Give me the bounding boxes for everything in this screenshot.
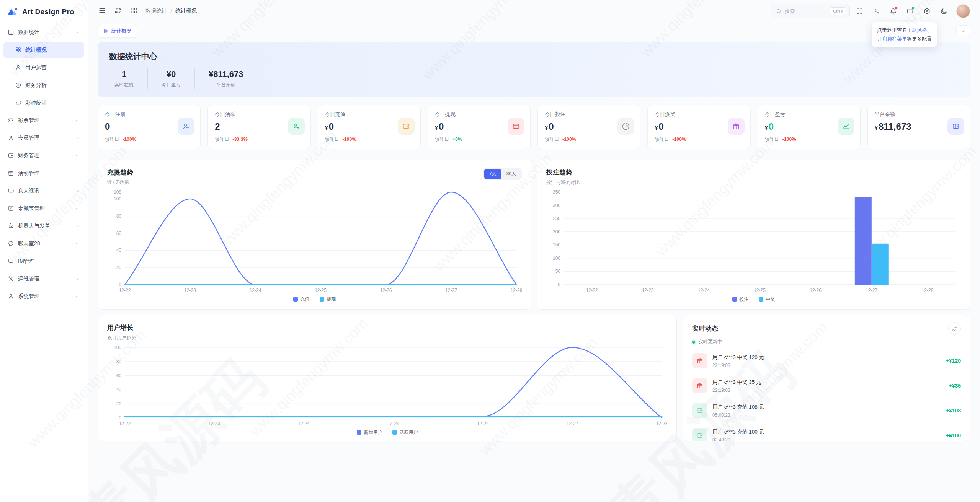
svg-text:0: 0 xyxy=(558,282,560,287)
chart-title: 投注趋势 xyxy=(546,168,580,177)
messages-button[interactable] xyxy=(903,4,917,18)
svg-text:350: 350 xyxy=(553,189,560,195)
chevron-down-icon xyxy=(75,223,80,229)
svg-text:12-28: 12-28 xyxy=(922,288,934,293)
legend-item[interactable]: 中奖 xyxy=(759,296,775,303)
stat-card: 平台余额 ¥811,673 xyxy=(867,105,970,149)
activity-text: 用户 c***3 充值 100 元 xyxy=(712,429,764,435)
sidebar-item[interactable]: 会员管理 xyxy=(3,130,84,146)
card-icon xyxy=(508,118,524,135)
compare-value: -100% xyxy=(562,137,576,142)
sidebar-item[interactable]: ¥ 余额宝管理 xyxy=(3,200,84,216)
svg-text:12-27: 12-27 xyxy=(567,421,578,426)
sidebar-item[interactable]: 统计概况 xyxy=(3,42,84,58)
compare-row: 较昨日 -100% xyxy=(105,136,193,143)
wallet-icon xyxy=(692,403,707,418)
legend-swatch xyxy=(759,297,763,302)
legend-item[interactable]: 活跃用户 xyxy=(392,429,418,436)
legend-swatch xyxy=(732,297,737,302)
legend-item[interactable]: 充值 xyxy=(293,296,310,303)
fullscreen-button[interactable] xyxy=(852,4,867,18)
topbar-menu-link[interactable]: 开启顶栏菜单 xyxy=(877,36,907,42)
sidebar-item[interactable]: 机器人与发单 xyxy=(3,218,84,234)
gear-icon xyxy=(923,8,931,15)
main-area: 数据统计 / 统计概况 Ctrl k 文A 统计概况 xyxy=(88,0,980,502)
message-dot xyxy=(911,7,915,10)
chart-subtitle: 累计用户趋势 xyxy=(107,335,136,341)
sidebar-item[interactable]: 活动管理 xyxy=(3,165,84,181)
legend-item[interactable]: 提现 xyxy=(320,296,336,303)
svg-text:¥: ¥ xyxy=(10,207,12,210)
svg-text:20: 20 xyxy=(116,401,122,406)
legend-item[interactable]: 投注 xyxy=(732,296,749,303)
settings-button[interactable] xyxy=(920,4,934,18)
theme-style-link[interactable]: 主题风格 xyxy=(907,27,927,33)
sidebar-item[interactable]: $ 财务分析 xyxy=(3,77,84,93)
svg-text:12-28: 12-28 xyxy=(511,288,522,293)
user-avatar[interactable] xyxy=(956,4,970,18)
global-search[interactable]: Ctrl k xyxy=(771,4,850,18)
sidebar-item[interactable]: 财务管理 xyxy=(3,148,84,163)
chart-legend: 充值 提现 xyxy=(107,295,522,304)
chart-title: 用户增长 xyxy=(107,323,136,332)
stat-card: 今日提现 ¥0 较昨日 +0% xyxy=(428,105,531,149)
svg-text:12-24: 12-24 xyxy=(250,288,261,293)
svg-text:12-27: 12-27 xyxy=(866,288,877,293)
chevron-down-icon xyxy=(75,206,80,211)
refresh-page-button[interactable] xyxy=(111,4,125,18)
svg-text:20: 20 xyxy=(116,265,122,270)
svg-text:12-26: 12-26 xyxy=(810,288,822,293)
hero-title: 数据统计中心 xyxy=(109,51,959,62)
sidebar-item[interactable]: 用户运营 xyxy=(3,60,84,75)
trend-icon xyxy=(838,118,854,135)
sidebar-item[interactable]: 聊天室28 xyxy=(3,236,84,251)
activity-refresh-button[interactable] xyxy=(948,322,961,335)
chevron-down-icon xyxy=(75,294,80,299)
search-input[interactable] xyxy=(785,8,819,14)
activity-item: 用户 c***3 充值 108 元 05:00:23 +¥108 xyxy=(692,398,961,423)
tab-statistics-overview[interactable]: 统计概况 xyxy=(98,24,137,38)
stat-label: 今日注册 xyxy=(105,111,193,118)
language-button[interactable]: 文A xyxy=(869,4,884,18)
video-icon xyxy=(8,187,14,194)
sidebar-item[interactable]: 数据统计 xyxy=(3,24,84,40)
chevron-down-icon xyxy=(75,171,80,176)
legend-swatch xyxy=(392,430,397,435)
svg-text:12-24: 12-24 xyxy=(298,421,310,426)
svg-text:80: 80 xyxy=(116,214,122,219)
svg-text:12-22: 12-22 xyxy=(586,288,598,293)
sidebar-item[interactable]: 彩种统计 xyxy=(3,95,84,111)
notifications-button[interactable] xyxy=(886,4,900,18)
sidebar-item[interactable]: 运维管理 xyxy=(3,271,84,287)
chevron-down-icon xyxy=(75,153,80,158)
tabbar-collapse-button[interactable] xyxy=(956,25,970,37)
range-7d-button[interactable]: 7天 xyxy=(484,169,501,179)
svg-text:12-23: 12-23 xyxy=(208,421,220,426)
sidebar-item[interactable]: IM管理 xyxy=(3,253,84,269)
activity-item: 用户 c***3 中奖 35 元 22:19:03 +¥35 xyxy=(692,373,961,398)
svg-text:12-26: 12-26 xyxy=(477,421,489,426)
live-activity-card: 实时动态 实时更新中 用户 c***3 中奖 120 元 22:19:03 +¥… xyxy=(683,315,970,441)
finance-icon: $ xyxy=(15,82,21,88)
recharge-trend-canvas: 02040608010010812-2212-2312-2412-2512-26… xyxy=(107,187,522,295)
stat-label: 今日活跃 xyxy=(215,111,303,118)
sidebar-item[interactable]: 真人视讯 xyxy=(3,183,84,199)
svg-text:12-23: 12-23 xyxy=(642,288,654,293)
breadcrumb-parent[interactable]: 数据统计 xyxy=(145,8,167,15)
sidebar-item[interactable]: 彩票管理 xyxy=(3,112,84,128)
range-30d-button[interactable]: 30天 xyxy=(501,169,521,179)
svg-text:12-25: 12-25 xyxy=(754,288,766,293)
stat-label: 今日充值 xyxy=(325,111,413,118)
refresh-icon xyxy=(114,7,122,16)
chevron-down-icon xyxy=(75,259,80,264)
legend-item[interactable]: 新增用户 xyxy=(357,429,382,436)
stat-label: 今日盈亏 xyxy=(765,111,853,118)
tooltip-text: 点击这里查看 xyxy=(877,27,907,33)
app-logo[interactable]: Art Design Pro xyxy=(0,0,88,22)
dark-mode-button[interactable] xyxy=(936,4,951,18)
collapse-sidebar-button[interactable] xyxy=(95,4,109,18)
sidebar-item[interactable]: 系统管理 xyxy=(3,288,84,304)
user-icon xyxy=(8,135,14,141)
wallet-icon xyxy=(8,152,14,159)
apps-grid-button[interactable] xyxy=(127,4,141,18)
